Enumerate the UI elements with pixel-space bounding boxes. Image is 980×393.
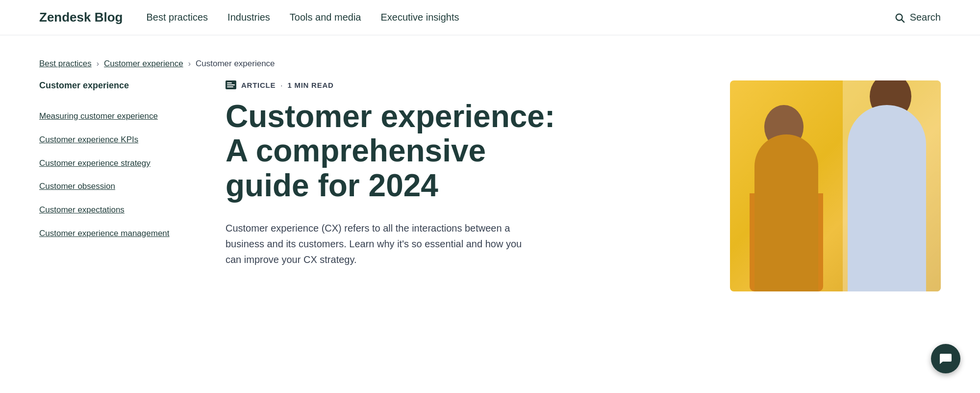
- hero-image-bg: [730, 80, 941, 291]
- main-content: Customer experience Measuring customer e…: [0, 80, 980, 291]
- person-right-body: [848, 105, 926, 291]
- breadcrumb-separator-1: ›: [97, 59, 99, 68]
- svg-rect-5: [227, 86, 233, 87]
- nav-executive-insights[interactable]: Executive insights: [380, 12, 459, 23]
- breadcrumb-current: Customer experience: [196, 59, 275, 69]
- sidebar-link-measuring[interactable]: Measuring customer experience: [39, 105, 176, 128]
- person-right: [828, 85, 931, 291]
- article-type-label: ARTICLE: [241, 81, 276, 89]
- article-description: Customer experience (CX) refers to all t…: [226, 220, 529, 267]
- article-meta: ARTICLE · 1 MIN READ: [226, 80, 569, 89]
- hero-image: [730, 80, 941, 291]
- person-left: [745, 105, 828, 291]
- article-title: Customer experience: A comprehensive gui…: [226, 99, 569, 203]
- svg-rect-3: [227, 82, 232, 83]
- main-nav: Best practices Industries Tools and medi…: [146, 12, 459, 23]
- sidebar-link-management[interactable]: Customer experience management: [39, 222, 176, 245]
- search-icon: [894, 12, 905, 23]
- hero-image-area: [730, 80, 941, 291]
- person-left-body: [754, 134, 818, 291]
- sidebar-link-kpis[interactable]: Customer experience KPIs: [39, 128, 176, 152]
- site-header: Zendesk Blog Best practices Industries T…: [0, 0, 980, 35]
- logo[interactable]: Zendesk Blog: [39, 10, 123, 25]
- sidebar-title: Customer experience: [39, 80, 176, 91]
- article-dot: ·: [280, 81, 282, 89]
- search-button[interactable]: Search: [894, 12, 941, 23]
- article-section: ARTICLE · 1 MIN READ Customer experience…: [196, 80, 569, 291]
- header-left: Zendesk Blog Best practices Industries T…: [39, 10, 459, 25]
- breadcrumb-best-practices[interactable]: Best practices: [39, 59, 92, 69]
- search-label: Search: [910, 12, 941, 23]
- breadcrumb-separator-2: ›: [188, 59, 191, 68]
- chat-icon: [939, 352, 953, 366]
- article-type-icon: [226, 80, 236, 89]
- nav-best-practices[interactable]: Best practices: [146, 12, 208, 23]
- svg-line-1: [902, 20, 904, 22]
- breadcrumb-customer-experience[interactable]: Customer experience: [104, 59, 183, 69]
- breadcrumb: Best practices › Customer experience › C…: [39, 59, 941, 69]
- sidebar: Customer experience Measuring customer e…: [39, 80, 196, 291]
- sidebar-link-strategy[interactable]: Customer experience strategy: [39, 152, 176, 175]
- nav-tools-and-media[interactable]: Tools and media: [290, 12, 361, 23]
- svg-rect-4: [227, 84, 235, 85]
- sidebar-links: Measuring customer experience Customer e…: [39, 105, 176, 245]
- article-read-time: 1 MIN READ: [287, 81, 333, 89]
- nav-industries[interactable]: Industries: [227, 12, 270, 23]
- chat-button[interactable]: [931, 344, 960, 373]
- sidebar-link-obsession[interactable]: Customer obsession: [39, 175, 176, 198]
- sidebar-link-expectations[interactable]: Customer expectations: [39, 198, 176, 222]
- breadcrumb-section: Best practices › Customer experience › C…: [0, 35, 980, 80]
